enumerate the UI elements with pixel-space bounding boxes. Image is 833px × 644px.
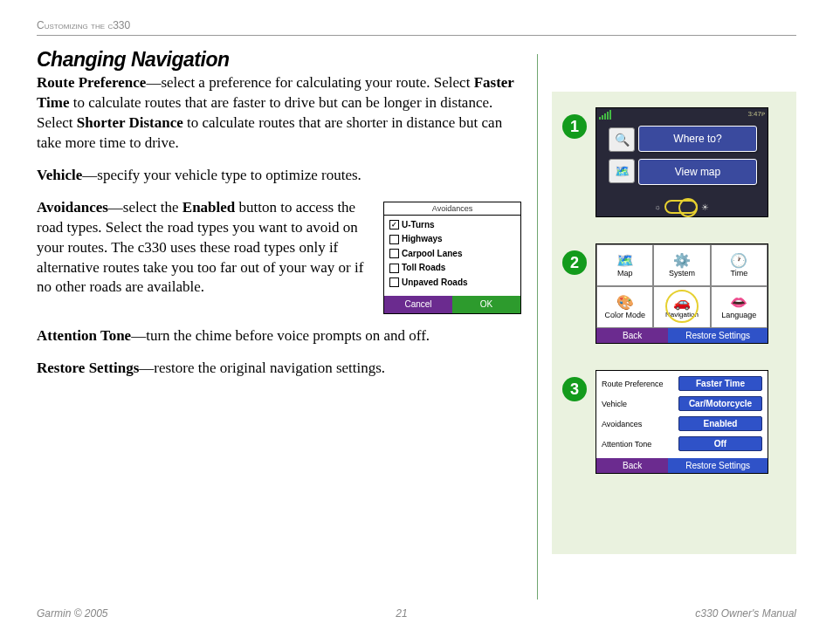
cancel-button: Cancel <box>384 296 452 313</box>
lead-route-preference: Route Preference <box>37 74 146 91</box>
avoid-item: ✓U-Turns <box>389 219 515 231</box>
section-title: Changing Navigation <box>37 48 521 72</box>
brightness-slider-highlight <box>664 200 698 214</box>
row-vehicle: VehicleCar/Motorcycle <box>602 396 762 411</box>
avoidances-list: ✓U-Turns Highways Carpool Lanes Toll Roa… <box>384 216 520 297</box>
para-vehicle: Vehicle—specify your vehicle type to opt… <box>37 166 521 186</box>
page-header: Customizing the c330 <box>37 19 796 36</box>
gear-icon: ⚙️ <box>673 254 691 268</box>
back-button: Back <box>596 458 668 473</box>
clock-icon: 🕐 <box>730 254 747 268</box>
checkbox-icon <box>389 249 399 258</box>
lead-avoidances: Avoidances <box>37 199 108 216</box>
checkbox-icon: ✓ <box>389 220 399 230</box>
car-icon: 🚗 <box>673 296 691 310</box>
avoidances-screenshot: Avoidances ✓U-Turns Highways Carpool Lan… <box>383 202 521 314</box>
cell-map: 🗺️Map <box>596 244 653 286</box>
screenshot-home: 3:47ᴘ 🔍 🗺️ Where to? View map ☼ ☀ <box>595 107 768 217</box>
avoid-item: Unpaved Roads <box>389 277 515 289</box>
cell-language: 👄Language <box>711 286 768 328</box>
brightness-low-icon: ☼ <box>655 203 661 211</box>
para-restore-settings: Restore Settings—restore the original na… <box>37 359 521 379</box>
avoid-item: Carpool Lanes <box>389 248 515 260</box>
cell-time: 🕐Time <box>711 244 768 286</box>
lips-icon: 👄 <box>730 296 747 310</box>
screenshot-settings-grid: 🗺️Map ⚙️System 🕐Time 🎨Color Mode 🚗Naviga… <box>595 243 768 344</box>
row-avoidances: AvoidancesEnabled <box>602 416 762 431</box>
vehicle-button: Car/Motorcycle <box>678 396 762 411</box>
column-divider <box>537 54 538 599</box>
row-route-preference: Route PreferenceFaster Time <box>602 376 762 391</box>
checkbox-icon <box>389 277 399 287</box>
step-2: 2 🗺️Map ⚙️System 🕐Time 🎨Color Mode 🚗Navi… <box>562 243 786 344</box>
avoidances-title: Avoidances <box>384 202 520 216</box>
para-route-preference: Route Preference—select a preference for… <box>37 73 521 154</box>
cell-color-mode: 🎨Color Mode <box>596 286 653 328</box>
restore-settings-button: Restore Settings <box>668 458 768 473</box>
lead-restore-settings: Restore Settings <box>37 360 139 376</box>
off-button: Off <box>678 436 762 451</box>
screenshot-nav-settings: Route PreferenceFaster Time VehicleCar/M… <box>595 370 768 474</box>
restore-settings-button: Restore Settings <box>668 328 768 343</box>
lead-attention-tone: Attention Tone <box>37 327 131 344</box>
row-attention-tone: Attention ToneOff <box>602 436 762 451</box>
footer-page-number: 21 <box>396 607 407 620</box>
checkbox-icon <box>389 264 399 273</box>
step-number-2: 2 <box>562 250 587 275</box>
page-footer: Garmin © 2005 21 c330 Owner's Manual <box>37 607 796 620</box>
footer-copyright: Garmin © 2005 <box>37 607 108 620</box>
cell-navigation: 🚗Navigation <box>653 286 710 328</box>
avoid-item: Highways <box>389 233 515 245</box>
globe-icon: 🗺️ <box>616 254 634 268</box>
back-button: Back <box>596 328 668 343</box>
step-number-1: 1 <box>562 114 587 139</box>
step-1: 1 3:47ᴘ 🔍 🗺️ Where to? View map ☼ ☀ <box>562 107 786 217</box>
lead-vehicle: Vehicle <box>37 167 82 183</box>
clock-time: 3:47ᴘ <box>747 110 765 120</box>
faster-time-button: Faster Time <box>678 376 762 391</box>
enabled-button: Enabled <box>678 416 762 431</box>
step-number-3: 3 <box>562 377 587 401</box>
map-icon: 🗺️ <box>609 159 635 183</box>
checkbox-icon <box>389 235 399 244</box>
signal-icon <box>599 110 611 120</box>
steps-panel: 1 3:47ᴘ 🔍 🗺️ Where to? View map ☼ ☀ 2 🗺️… <box>552 92 796 554</box>
cell-system: ⚙️System <box>653 244 710 286</box>
palette-icon: 🎨 <box>616 296 634 310</box>
view-map-button: View map <box>638 159 757 185</box>
main-content: Changing Navigation Route Preference—sel… <box>37 48 521 391</box>
magnifier-icon: 🔍 <box>609 127 635 152</box>
step-3: 3 Route PreferenceFaster Time VehicleCar… <box>562 370 786 474</box>
ok-button: OK <box>452 296 520 313</box>
para-avoidances: Avoidances ✓U-Turns Highways Carpool Lan… <box>37 198 521 314</box>
para-attention-tone: Attention Tone—turn the chime before voi… <box>37 326 521 346</box>
footer-manual-title: c330 Owner's Manual <box>695 607 796 620</box>
avoid-item: Toll Roads <box>389 262 515 274</box>
where-to-button: Where to? <box>638 126 757 152</box>
brightness-high-icon: ☀ <box>701 202 709 212</box>
